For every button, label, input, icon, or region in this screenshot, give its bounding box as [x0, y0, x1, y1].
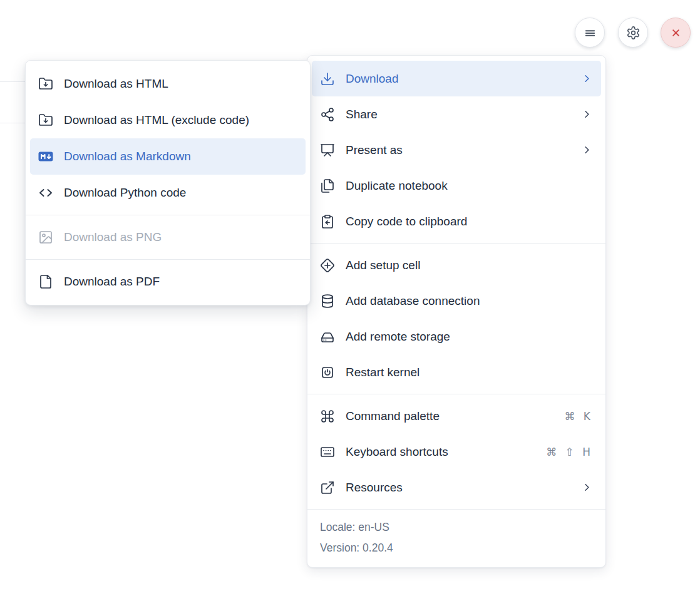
menu-item-download-as-png: Download as PNG [30, 219, 306, 255]
keyboard-icon [320, 444, 335, 459]
gear-icon [626, 26, 641, 40]
menu-divider [307, 243, 605, 244]
menu-item-label: Download as Markdown [64, 150, 191, 163]
hamburger-icon [583, 26, 597, 40]
presentation-icon [320, 143, 335, 158]
menu-item-label: Download [346, 72, 399, 86]
share-icon [320, 107, 335, 122]
version-text: Version: 0.20.4 [320, 538, 593, 558]
menu-divider [26, 215, 310, 215]
menu-item-add-remote-storage[interactable]: Add remote storage [312, 319, 601, 354]
menu-item-label: Share [346, 108, 378, 121]
clipboard-arrow-icon [320, 214, 335, 229]
menu-item-label: Resources [346, 481, 403, 495]
menu-item-copy-code-to-clipboard[interactable]: Copy code to clipboard [312, 203, 601, 239]
background-rule-line [0, 123, 26, 123]
menu-item-download-as-html[interactable]: Download as HTML [30, 66, 306, 102]
menu-item-label: Keyboard shortcuts [346, 445, 448, 459]
menu-item-present-as[interactable]: Present as [312, 132, 601, 168]
menu-item-restart-kernel[interactable]: Restart kernel [312, 354, 601, 390]
chevron-right-icon [581, 144, 593, 156]
shortcut-label: ⌘ K [564, 410, 593, 423]
menu-item-duplicate-notebook[interactable]: Duplicate notebook [312, 168, 601, 203]
markdown-icon [38, 149, 53, 164]
menu-item-label: Add remote storage [346, 330, 450, 344]
menu-item-download-as-html-exclude-code[interactable]: Download as HTML (exclude code) [30, 102, 306, 138]
locale-text: Locale: en-US [320, 517, 593, 538]
hard-drive-icon [320, 329, 335, 344]
menu-item-label: Add setup cell [346, 259, 420, 272]
code-icon [38, 185, 53, 200]
settings-button[interactable] [618, 18, 648, 48]
menu-item-label: Download as HTML [64, 77, 168, 91]
chevron-right-icon [581, 481, 593, 493]
file-icon [38, 274, 53, 289]
menu-item-label: Download as PDF [64, 275, 160, 289]
menu-footer: Locale: en-US Version: 0.20.4 [307, 509, 605, 567]
folder-down-icon [38, 76, 53, 91]
notebook-menu: Download Share Present as Duplicate note… [307, 55, 606, 568]
diamond-plus-icon [320, 258, 335, 273]
menu-divider [307, 394, 605, 394]
download-icon [320, 71, 335, 86]
menu-item-keyboard-shortcuts[interactable]: Keyboard shortcuts ⌘ ⇧ H [312, 434, 601, 470]
menu-item-label: Download Python code [64, 186, 186, 200]
menu-item-add-setup-cell[interactable]: Add setup cell [312, 247, 601, 283]
close-icon [669, 26, 683, 40]
menu-item-label: Download as PNG [64, 230, 162, 244]
notebook-menu-button[interactable] [575, 18, 605, 48]
menu-item-label: Duplicate notebook [346, 179, 448, 193]
download-submenu: Download as HTML Download as HTML (exclu… [25, 60, 311, 305]
menu-item-add-database-connection[interactable]: Add database connection [312, 283, 601, 319]
menu-item-download-as-markdown[interactable]: Download as Markdown [30, 138, 306, 175]
chevron-right-icon [581, 108, 593, 120]
shortcut-label: ⌘ ⇧ H [546, 446, 593, 458]
database-icon [320, 294, 335, 309]
menu-item-label: Command palette [346, 409, 440, 423]
menu-item-share[interactable]: Share [312, 96, 601, 132]
menu-item-label: Present as [346, 143, 403, 157]
power-square-icon [320, 365, 335, 380]
menu-item-label: Add database connection [346, 294, 480, 308]
background-rule-line [0, 81, 26, 82]
external-link-icon [320, 480, 335, 495]
menu-item-download[interactable]: Download [312, 61, 601, 96]
folder-down-icon [38, 113, 53, 128]
menu-item-label: Download as HTML (exclude code) [64, 113, 249, 127]
copy-pages-icon [320, 178, 335, 193]
chevron-right-icon [581, 73, 593, 85]
menu-item-resources[interactable]: Resources [312, 470, 601, 505]
close-button[interactable] [661, 18, 691, 48]
image-icon [38, 230, 53, 245]
menu-item-label: Copy code to clipboard [346, 215, 467, 228]
command-icon [320, 409, 335, 424]
menu-divider [26, 259, 310, 260]
menu-item-download-as-pdf[interactable]: Download as PDF [30, 264, 306, 300]
menu-item-command-palette[interactable]: Command palette ⌘ K [312, 398, 601, 434]
menu-item-label: Restart kernel [346, 366, 419, 379]
menu-item-download-python-code[interactable]: Download Python code [30, 175, 306, 211]
